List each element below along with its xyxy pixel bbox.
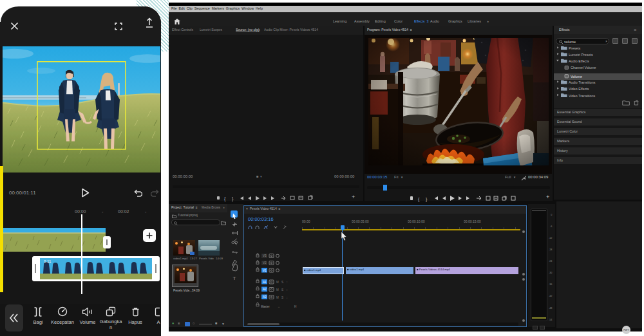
svg-text::: : — [287, 288, 287, 292]
svg-text:S: S — [281, 281, 283, 284]
svg-text:M: M — [276, 296, 279, 299]
svg-text::: : — [287, 281, 287, 284]
svg-text:↔: ↔ — [278, 305, 281, 308]
svg-text:A2: A2 — [263, 288, 267, 291]
svg-text:Audio Effects: Audio Effects — [569, 59, 589, 63]
svg-text:Video Transitions: Video Transitions — [569, 94, 596, 98]
svg-text:Volume: Volume — [571, 75, 582, 79]
svg-text:A1: A1 — [263, 281, 267, 284]
svg-text:H: H — [294, 305, 296, 308]
svg-text:T: T — [233, 275, 236, 281]
svg-text:}: } — [426, 197, 428, 202]
svg-text:}: } — [232, 196, 234, 201]
svg-text:A3: A3 — [263, 295, 267, 299]
svg-text:Lumetri Presets: Lumetri Presets — [569, 53, 593, 57]
svg-text:S: S — [281, 288, 283, 292]
svg-text:V2: V2 — [263, 261, 267, 265]
svg-text:{: { — [418, 197, 420, 202]
svg-text:M: M — [276, 281, 279, 284]
svg-text:Master: Master — [261, 305, 270, 308]
svg-text:Channel Volume: Channel Volume — [571, 66, 596, 70]
svg-text:{: { — [224, 196, 226, 201]
svg-text::: : — [287, 296, 287, 299]
svg-text:Audio Transitions: Audio Transitions — [569, 80, 596, 84]
svg-text:M: M — [276, 288, 279, 292]
svg-text:S: S — [281, 296, 283, 299]
svg-text:V1: V1 — [263, 269, 267, 272]
svg-text:Video Effects: Video Effects — [569, 87, 589, 91]
svg-text:Presets: Presets — [569, 46, 581, 50]
svg-text:V3: V3 — [263, 254, 267, 257]
